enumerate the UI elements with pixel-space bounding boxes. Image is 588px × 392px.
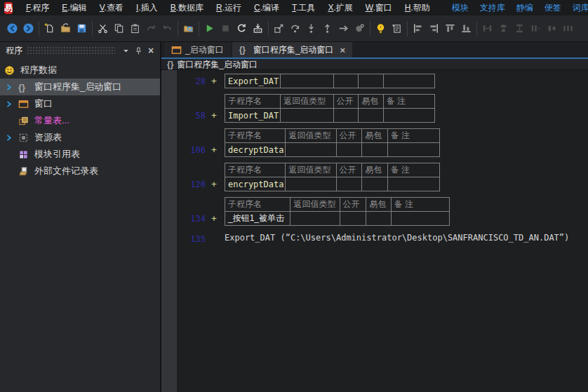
cut-icon[interactable]	[95, 20, 110, 37]
collapse-toggle[interactable]: +	[211, 110, 217, 121]
value-cell[interactable]	[362, 177, 388, 191]
value-cell[interactable]	[286, 143, 336, 157]
collapse-toggle[interactable]: +	[211, 213, 217, 224]
menu-item[interactable]: F.程序	[20, 2, 55, 14]
chevron-right-icon[interactable]	[4, 100, 18, 109]
breakpoint-icon[interactable]	[352, 20, 367, 37]
open-folder-icon[interactable]	[58, 20, 73, 37]
column-header: 公开	[336, 163, 362, 177]
collapse-toggle[interactable]: +	[211, 76, 217, 86]
statement-text[interactable]: Export_DAT (“C:\Users\Administrator\Desk…	[225, 231, 569, 246]
value-cell[interactable]	[281, 109, 333, 123]
menu-item[interactable]: I.插入	[130, 2, 164, 14]
menu-item[interactable]: B.数据库	[164, 2, 210, 14]
value-cell[interactable]	[290, 212, 340, 226]
step-into-icon[interactable]	[304, 20, 319, 37]
indent-width-icon[interactable]	[528, 20, 543, 37]
redo-icon[interactable]	[144, 20, 159, 37]
save-icon[interactable]	[74, 20, 89, 37]
chevron-right-icon[interactable]	[4, 133, 18, 142]
tree-item[interactable]: 常量表...	[0, 112, 160, 129]
tree-item[interactable]: 程序数据	[0, 62, 160, 79]
static-compile-icon[interactable]	[250, 20, 265, 37]
menu-link[interactable]: 词库	[567, 2, 588, 14]
menu-item[interactable]: E.编辑	[55, 2, 93, 14]
value-cell[interactable]	[333, 109, 359, 123]
jump-to-icon[interactable]	[272, 20, 286, 37]
forward-icon[interactable]	[21, 20, 36, 37]
pin-icon[interactable]	[132, 44, 145, 57]
run-to-cursor-icon[interactable]	[336, 20, 351, 37]
stop-icon[interactable]	[218, 20, 233, 37]
back-icon[interactable]	[5, 20, 20, 37]
menu-item[interactable]: X.扩展	[321, 2, 359, 14]
center-vertical-icon[interactable]	[496, 20, 511, 37]
collapse-toggle[interactable]: +	[211, 179, 217, 189]
menu-link[interactable]: 便签	[539, 2, 567, 14]
collapse-toggle[interactable]: +	[211, 144, 217, 155]
value-cell[interactable]	[366, 212, 392, 226]
tip-bulb-icon[interactable]	[373, 20, 388, 37]
restart-icon[interactable]	[234, 20, 249, 37]
subroutine-name-cell[interactable]: _按钮1_被单击	[225, 212, 290, 226]
subroutine-name-cell[interactable]: encryptData	[225, 177, 286, 191]
step-out-icon[interactable]	[320, 20, 335, 37]
align-right-icon[interactable]	[427, 20, 441, 37]
tab-close-icon[interactable]: ×	[340, 45, 345, 55]
panel-close-icon[interactable]: ×	[145, 44, 157, 57]
tree-item[interactable]: {}窗口程序集_启动窗口	[0, 79, 160, 95]
value-cell[interactable]	[281, 74, 333, 88]
value-cell[interactable]	[286, 177, 336, 191]
value-cell[interactable]	[359, 109, 384, 123]
menu-item[interactable]: C.编译	[248, 2, 286, 14]
value-cell[interactable]	[383, 74, 434, 88]
editor-tab[interactable]: _启动窗口	[164, 42, 231, 58]
menu-item[interactable]: V.查看	[93, 2, 130, 14]
editor-tab[interactable]: {}窗口程序集_启动窗口×	[232, 42, 352, 58]
code-line-row[interactable]: 135 Export_DAT (“C:\Users\Administrator\…	[177, 231, 588, 246]
value-cell[interactable]	[383, 109, 434, 123]
value-cell[interactable]	[359, 74, 384, 88]
space-equal-icon[interactable]	[561, 20, 575, 37]
value-cell[interactable]	[391, 212, 449, 226]
value-cell[interactable]	[362, 143, 388, 157]
find-in-files-icon[interactable]	[181, 20, 196, 37]
tree-item[interactable]: 资源表	[0, 129, 160, 146]
value-cell[interactable]	[336, 143, 362, 157]
align-bottom-icon[interactable]	[459, 20, 474, 37]
menu-link[interactable]: 支持库	[474, 2, 511, 14]
subroutine-name-cell[interactable]: Export_DAT	[225, 74, 281, 88]
menu-item[interactable]: R.运行	[210, 2, 248, 14]
menu-link[interactable]: 模块	[446, 2, 474, 14]
tree-item[interactable]: 外部文件记录表	[0, 163, 160, 180]
subroutine-name-cell[interactable]: decryptData	[225, 143, 286, 157]
align-top-icon[interactable]	[443, 20, 457, 37]
tree-item[interactable]: 窗口	[0, 95, 160, 112]
panel-dropdown-icon[interactable]	[119, 44, 132, 57]
run-icon[interactable]	[202, 20, 217, 37]
align-left-icon[interactable]	[410, 20, 425, 37]
chevron-right-icon[interactable]	[4, 83, 18, 92]
value-cell[interactable]	[340, 212, 366, 226]
tree-item-label: 模块引用表	[34, 148, 80, 161]
insert-note-icon[interactable]	[389, 20, 404, 37]
menu-link[interactable]: 静编	[511, 2, 539, 14]
step-over-icon[interactable]	[288, 20, 302, 37]
space-down-icon[interactable]	[512, 20, 527, 37]
paste-icon[interactable]	[128, 20, 142, 37]
value-cell[interactable]	[387, 177, 439, 191]
code-editor[interactable]: 28+Export_DAT58+子程序名返回值类型公开易包备 注Import_D…	[177, 70, 588, 392]
center-horizontal-icon[interactable]	[544, 20, 559, 37]
copy-icon[interactable]	[112, 20, 126, 37]
value-cell[interactable]	[336, 177, 362, 191]
space-across-icon[interactable]	[480, 20, 495, 37]
subroutine-name-cell[interactable]: Import_DAT	[225, 109, 281, 123]
new-file-icon[interactable]	[42, 20, 57, 37]
menu-item[interactable]: H.帮助	[399, 2, 436, 14]
menu-item[interactable]: T.工具	[286, 2, 321, 14]
value-cell[interactable]	[387, 143, 439, 157]
menu-item[interactable]: W.窗口	[359, 2, 399, 14]
tree-item[interactable]: 模块引用表	[0, 146, 160, 163]
undo-icon[interactable]	[160, 20, 175, 37]
value-cell[interactable]	[333, 74, 359, 88]
